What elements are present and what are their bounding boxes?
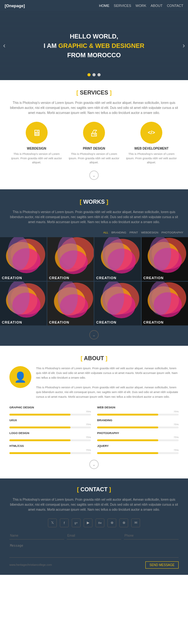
print-label: PRINT DESIGN [67, 147, 121, 150]
work-item-2[interactable]: CREATION [47, 237, 94, 281]
hero-line2-highlight: GRAPHIC & WEB DESIGNER [58, 42, 144, 49]
work-art-4 [142, 237, 188, 281]
skill-branding-fill [97, 427, 158, 428]
filter-webdesign[interactable]: WEBDESIGN [141, 231, 158, 234]
contact-phone-input[interactable] [124, 532, 179, 539]
skill-logo-design-bar [9, 439, 91, 441]
works-bracket-open: [ [80, 199, 81, 205]
nav-link-about[interactable]: ABOUT [151, 4, 163, 8]
services-scroll-down[interactable]: ⌄ [9, 171, 179, 180]
webdesign-icon: 🖥 [26, 122, 48, 144]
skill-jquery-bar [97, 452, 179, 454]
work-art-2 [47, 237, 94, 281]
filter-branding[interactable]: BRANDING [112, 231, 127, 234]
works-title-text: WORKS [83, 199, 105, 205]
social-facebook[interactable]: f [60, 519, 69, 527]
work-label-3: CREATION [94, 275, 118, 281]
contact-send-button[interactable]: SEND MESSAGE [145, 561, 179, 569]
scroll-circle-works[interactable]: ⌄ [89, 330, 99, 340]
nav-link-work[interactable]: WORK [136, 4, 146, 8]
svg-point-34 [102, 282, 124, 315]
contact-bracket-close: ] [109, 486, 111, 493]
contact-message-input[interactable] [9, 542, 179, 558]
webdev-desc: This is Photoshop's version of Lorem ips… [124, 152, 179, 165]
skill-logo-design-label: LOGO DESIGN [9, 432, 91, 435]
work-art-7 [94, 282, 141, 325]
hero-next-arrow[interactable]: › [183, 42, 185, 50]
hero-section: ‹ HELLO WORLD, I AM GRAPHIC & WEB DESIGN… [0, 11, 188, 80]
nav-links: HOME SERVICES WORK ABOUT CONTACT [99, 4, 183, 8]
webdesign-label: WEBDESIGN [9, 147, 64, 150]
skill-photography: PHOTOGRAPHY 75% [97, 432, 179, 441]
nav-link-services[interactable]: SERVICES [114, 4, 131, 8]
contact-name-input[interactable] [9, 532, 64, 539]
about-avatar: 👤 [9, 366, 31, 388]
work-label-6: CREATION [47, 319, 71, 325]
skill-uiux: UI/UX 75% [9, 419, 91, 428]
works-filter-bar: ALL BRANDING PRINT WEBDESIGN PHOTOGRAPHY [0, 231, 188, 234]
skill-graphic-design: GRAPHIC DESIGN 75% [9, 406, 91, 416]
social-youtube[interactable]: ▶ [84, 519, 92, 527]
about-scroll-down[interactable]: ⌄ [9, 460, 179, 469]
hero-dot-2[interactable] [92, 73, 96, 76]
social-links: 𝕏 f g+ ▶ Be ⊕ ⊗ ✉ [9, 519, 179, 527]
about-section: [ ABOUT ] 👤 This is Photoshop's version … [0, 346, 188, 478]
work-art-6 [47, 282, 94, 325]
svg-point-39 [149, 282, 171, 315]
nav-link-contact[interactable]: CONTACT [167, 4, 183, 8]
social-twitter[interactable]: 𝕏 [48, 519, 57, 527]
contact-form-footer: www.heritagechristiancollege.com SEND ME… [9, 561, 179, 569]
skill-jquery-fill [97, 452, 158, 454]
webdev-icon: </> [140, 122, 162, 144]
contact-email-input[interactable] [67, 532, 122, 539]
hero-dot-3[interactable] [97, 73, 101, 76]
works-bracket-close: ] [107, 199, 108, 205]
skill-logo-design-fill [9, 439, 70, 441]
contact-form-row1 [9, 532, 179, 539]
work-item-4[interactable]: CREATION [142, 237, 188, 281]
filter-photography[interactable]: PHOTOGRAPHY [161, 231, 183, 234]
scroll-circle-services[interactable]: ⌄ [89, 171, 99, 180]
skill-photography-fill [97, 439, 158, 441]
hero-line3: FROM MOROCCO [67, 52, 121, 59]
skill-logo-design: LOGO DESIGN 75% [9, 432, 91, 441]
skill-html-css: HTML/CSS 75% [9, 444, 91, 454]
nav-link-home[interactable]: HOME [99, 4, 109, 8]
work-item-3[interactable]: CREATION [94, 237, 141, 281]
social-pinterest[interactable]: ⊗ [119, 519, 128, 527]
work-label-8: CREAtION [142, 319, 166, 325]
work-item-7[interactable]: CREATION [94, 282, 141, 325]
skill-web-design-bar [97, 414, 179, 416]
print-desc: This is Photoshop's version of Lorem ips… [67, 152, 121, 165]
webdesign-desc: This is Photoshop's version of Lorem ips… [9, 152, 64, 165]
services-section: [ SERVICES ] This is Photoshop's version… [0, 80, 188, 189]
about-text: This is Photoshop's version of Lorem Ips… [36, 366, 179, 400]
skill-branding: BRANDING 75% [97, 419, 179, 428]
work-art-8 [142, 282, 188, 325]
about-text-2: This is Photoshop's version of Lorem Ips… [36, 385, 179, 400]
skill-uiux-pct: 75% [9, 423, 91, 426]
hero-prev-arrow[interactable]: ‹ [3, 42, 5, 50]
skill-html-css-pct: 75% [9, 449, 91, 452]
skill-html-css-fill [9, 452, 70, 454]
services-bracket-close: ] [110, 89, 112, 96]
work-item-8[interactable]: CREAtION [142, 282, 188, 325]
hero-dot-1[interactable] [87, 73, 91, 76]
filter-all[interactable]: ALL [103, 231, 108, 234]
nav-logo: [Onepage] [5, 3, 25, 8]
works-scroll-down[interactable]: ⌄ [0, 330, 188, 340]
social-behance[interactable]: Be [96, 519, 104, 527]
filter-print[interactable]: PRINT [129, 231, 138, 234]
print-icon: 🖨 [83, 122, 105, 144]
work-item-5[interactable]: CREATION [0, 282, 47, 325]
social-google-plus[interactable]: g+ [72, 519, 81, 527]
social-email[interactable]: ✉ [131, 519, 140, 527]
scroll-circle-about[interactable]: ⌄ [89, 460, 99, 469]
skill-photography-label: PHOTOGRAPHY [97, 432, 179, 435]
contact-url: www.heritagechristiancollege.com [9, 563, 52, 566]
social-globe[interactable]: ⊕ [107, 519, 116, 527]
skill-web-design-label: WEB DESIGN [97, 406, 179, 409]
work-item-6[interactable]: CREATION [47, 282, 94, 325]
work-item-1[interactable]: CREATION [0, 237, 47, 281]
skill-branding-bar [97, 427, 179, 428]
